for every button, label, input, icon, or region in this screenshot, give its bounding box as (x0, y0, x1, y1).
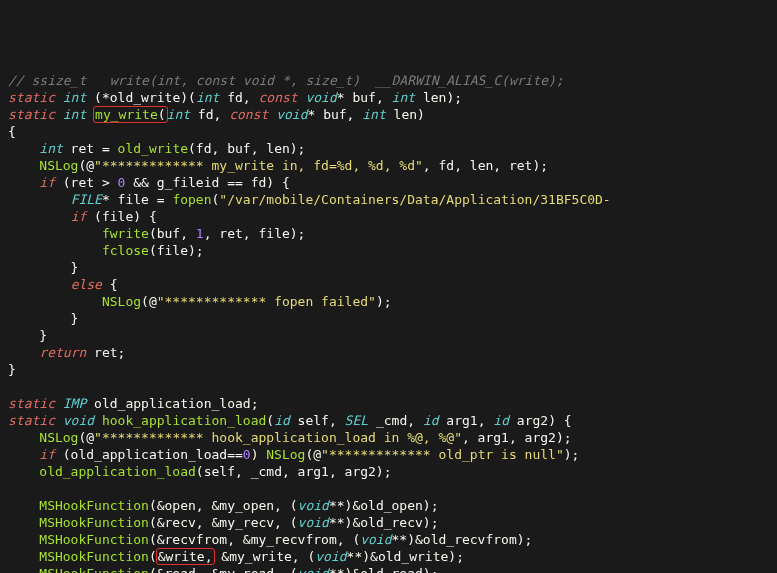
punct: (@ (305, 447, 321, 462)
keyword: if (39, 447, 55, 462)
type: id (274, 413, 290, 428)
indent (8, 192, 71, 207)
indent (8, 277, 71, 292)
indent (8, 209, 71, 224)
indent (8, 549, 39, 564)
indent (8, 566, 39, 573)
punct: ) (417, 107, 425, 122)
text: = (149, 192, 172, 207)
identifier: old_write (110, 90, 180, 105)
brace: } (8, 311, 78, 326)
identifier: buf (352, 90, 375, 105)
func-call: MSHookFunction (39, 549, 149, 564)
type: SEL (345, 413, 368, 428)
indent (8, 464, 39, 479)
text: (&recvfrom, &my_recvfrom, ( (149, 532, 360, 547)
keyword: static (8, 396, 55, 411)
indent (8, 243, 102, 258)
type: id (493, 413, 509, 428)
punct: ) { (548, 413, 571, 428)
text: && g_fileid == fd) { (125, 175, 289, 190)
type: void (298, 498, 329, 513)
punct: * (307, 107, 323, 122)
punct: , (329, 413, 345, 428)
type: int (167, 107, 190, 122)
func-call: NSLog (266, 447, 305, 462)
text: (self, _cmd, arg1, arg2); (196, 464, 392, 479)
func-call: MSHookFunction (39, 566, 149, 573)
identifier: buf (323, 107, 346, 122)
keyword: if (39, 175, 55, 190)
func-call: old_write (118, 141, 188, 156)
type: void (298, 515, 329, 530)
punct: ( (266, 413, 274, 428)
text: ) (251, 447, 267, 462)
type: void (298, 566, 329, 573)
text: ret; (86, 345, 125, 360)
keyword: const (259, 90, 298, 105)
comment-line: // ssize_t write(int, const void *, size… (8, 73, 564, 88)
punct: , (214, 107, 230, 122)
identifier: self (290, 413, 329, 428)
keyword: if (71, 209, 87, 224)
punct: ( (149, 226, 157, 241)
func-call: MSHookFunction (39, 532, 149, 547)
func-name: hook_application_load (102, 413, 266, 428)
identifier: file (118, 192, 149, 207)
text: **)&old_open); (329, 498, 439, 513)
func-call: MSHookFunction (39, 498, 149, 513)
indent (8, 447, 39, 462)
brace: } (8, 328, 47, 343)
text: &my_write, ( (214, 549, 316, 564)
keyword: return (39, 345, 86, 360)
keyword: static (8, 107, 55, 122)
type: void (315, 549, 346, 564)
indent (8, 498, 39, 513)
indent (8, 175, 39, 190)
indent (8, 430, 39, 445)
punct: ( (158, 107, 166, 122)
identifier: _cmd (368, 413, 407, 428)
indent (8, 345, 39, 360)
text: **)&old_recvfrom); (392, 532, 533, 547)
punct: (* (86, 90, 109, 105)
type: int (392, 90, 415, 105)
type: void (298, 90, 337, 105)
brace: } (8, 362, 16, 377)
text: , ret, file); (204, 226, 306, 241)
keyword: static (8, 413, 55, 428)
text: (&recv, &my_recv, ( (149, 515, 298, 530)
punct: (@ (141, 294, 157, 309)
type: int (63, 90, 86, 105)
identifier: arg1 (439, 413, 478, 428)
string: "/var/mobile/Containers/Data/Application… (219, 192, 610, 207)
keyword: const (229, 107, 268, 122)
code-editor: // ssize_t write(int, const void *, size… (8, 72, 777, 573)
type: int (362, 107, 385, 122)
indent (8, 532, 39, 547)
text: **)&old read); (329, 566, 439, 573)
punct: , (243, 90, 259, 105)
type: id (423, 413, 439, 428)
func-name: my_write (95, 107, 158, 122)
text: (old_application_load== (55, 447, 243, 462)
identifier: len (415, 90, 446, 105)
type: int (39, 141, 62, 156)
text: (file); (149, 243, 204, 258)
text: , fd, len, ret); (423, 158, 548, 173)
text: (ret > (55, 175, 118, 190)
punct: ); (446, 90, 462, 105)
type: int (63, 107, 94, 122)
punct: , (407, 413, 423, 428)
func-call: NSLog (39, 158, 78, 173)
punct: ); (564, 447, 580, 462)
identifier: arg2 (509, 413, 548, 428)
highlight-write-arg: &write, (156, 548, 215, 565)
keyword: static (8, 90, 55, 105)
punct: (@ (78, 430, 94, 445)
text: , arg1, arg2); (462, 430, 572, 445)
highlight-my-write: my_write( (93, 106, 167, 123)
indent (8, 158, 39, 173)
punct: , (347, 107, 363, 122)
keyword: else (71, 277, 102, 292)
